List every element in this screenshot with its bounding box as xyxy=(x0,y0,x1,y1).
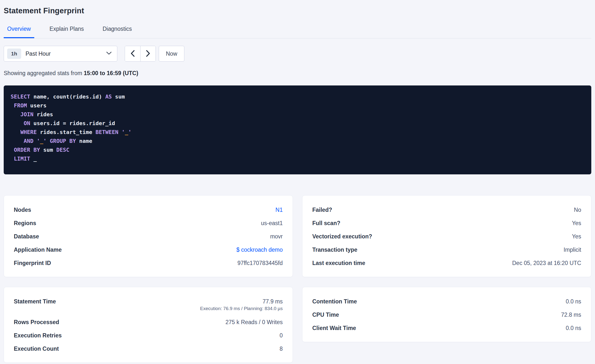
row-label: Transaction type xyxy=(312,246,357,253)
summary-cards: NodesN1Regionsus-east1DatabasemovrApplic… xyxy=(4,195,591,363)
row-value: 8 xyxy=(280,345,283,352)
card-row: Failed?No xyxy=(312,206,581,213)
card-row: Statement Time77.9 msExecution: 76.9 ms … xyxy=(14,298,283,312)
tab-overview[interactable]: Overview xyxy=(4,24,34,38)
sql-code: SELECT name, count(rides.id) AS sum FROM… xyxy=(11,92,584,163)
card-row: NodesN1 xyxy=(14,206,283,213)
sql-line: AND '_' GROUP BY name xyxy=(11,137,584,146)
card-row: Regionsus-east1 xyxy=(14,220,283,227)
page-title: Statement Fingerprint xyxy=(4,6,591,15)
row-label: Statement Time xyxy=(14,298,56,305)
card-row: Execution Count8 xyxy=(14,345,283,352)
timing-card-left: Statement Time77.9 msExecution: 76.9 ms … xyxy=(4,287,293,363)
row-label: Fingerprint ID xyxy=(14,260,51,266)
row-label: Nodes xyxy=(14,206,31,213)
card-row: Application Name$ cockroach demo xyxy=(14,246,283,253)
time-step-buttons xyxy=(125,46,156,62)
time-range-select[interactable]: 1h Past Hour xyxy=(4,46,117,62)
row-label: Last execution time xyxy=(312,260,365,266)
sql-line: ON users.id = rides.rider_id xyxy=(11,119,584,128)
row-value: Yes xyxy=(572,233,581,240)
row-label: Execution Retries xyxy=(14,332,62,339)
statement-fingerprint-page: Statement Fingerprint Overview Explain P… xyxy=(0,6,595,363)
row-label: Full scan? xyxy=(312,220,340,227)
card-row: Fingerprint ID97ffc170783445fd xyxy=(14,260,283,266)
row-value: Dec 05, 2023 at 16:20 UTC xyxy=(512,260,581,266)
sql-line: WHERE rides.start_time BETWEEN '_' xyxy=(11,128,584,137)
caption-time-range: 15:00 to 16:59 (UTC) xyxy=(84,70,138,76)
tab-diagnostics[interactable]: Diagnostics xyxy=(99,24,135,38)
next-time-button[interactable] xyxy=(140,46,156,61)
row-value: 72.8 ms xyxy=(561,311,581,318)
row-value: 275 k Reads / 0 Writes xyxy=(226,319,283,326)
row-label: CPU Time xyxy=(312,311,339,318)
sql-statement-box: SELECT name, count(rides.id) AS sum FROM… xyxy=(4,85,591,174)
previous-time-button[interactable] xyxy=(125,46,140,61)
row-label: Failed? xyxy=(312,206,332,213)
aggregated-stats-caption: Showing aggregated stats from 15:00 to 1… xyxy=(4,70,591,77)
time-range-label: Past Hour xyxy=(26,50,51,57)
tab-bar: Overview Explain Plans Diagnostics xyxy=(4,24,591,38)
overview-card-right: Failed?NoFull scan?YesVectorized executi… xyxy=(302,195,591,277)
card-row: Transaction typeImplicit xyxy=(312,246,581,253)
row-value: us-east1 xyxy=(261,220,283,227)
now-button[interactable]: Now xyxy=(159,46,184,62)
sql-line: SELECT name, count(rides.id) AS sum xyxy=(11,92,584,101)
chevron-right-icon xyxy=(146,50,150,58)
caption-prefix: Showing aggregated stats from xyxy=(4,70,84,76)
row-label: Contention Time xyxy=(312,298,357,305)
overview-card-left: NodesN1Regionsus-east1DatabasemovrApplic… xyxy=(4,195,293,277)
time-range-badge: 1h xyxy=(7,49,21,59)
time-toolbar: 1h Past Hour xyxy=(4,46,591,62)
chevron-left-icon xyxy=(130,50,135,58)
card-row: Last execution timeDec 05, 2023 at 16:20… xyxy=(312,260,581,266)
tab-explain-plans[interactable]: Explain Plans xyxy=(46,24,87,38)
card-row: Full scan?Yes xyxy=(312,220,581,227)
row-value: Yes xyxy=(572,220,581,227)
sql-line: JOIN rides xyxy=(11,110,584,119)
row-value: 0 xyxy=(280,332,283,339)
row-value: No xyxy=(574,206,581,213)
row-value: 0.0 ns xyxy=(566,325,581,331)
row-value: movr xyxy=(270,233,283,240)
card-row: CPU Time72.8 ms xyxy=(312,311,581,318)
row-value-link[interactable]: N1 xyxy=(276,206,283,213)
row-label: Client Wait Time xyxy=(312,325,356,331)
row-label: Execution Count xyxy=(14,345,59,352)
row-label: Regions xyxy=(14,220,36,227)
row-label: Vectorized execution? xyxy=(312,233,372,240)
row-value: 97ffc170783445fd xyxy=(237,260,283,266)
row-label: Database xyxy=(14,233,39,240)
sql-line: FROM users xyxy=(11,101,584,110)
row-value-link[interactable]: $ cockroach demo xyxy=(236,246,283,253)
row-value: Implicit xyxy=(563,246,581,253)
row-value: 0.0 ns xyxy=(566,298,581,305)
row-label: Application Name xyxy=(14,246,62,253)
card-row: Databasemovr xyxy=(14,233,283,240)
card-row: Client Wait Time0.0 ns xyxy=(312,325,581,331)
row-value-caption: Execution: 76.9 ms / Planning: 834.0 µs xyxy=(200,305,283,312)
sql-line: ORDER BY sum DESC xyxy=(11,146,584,154)
card-row: Execution Retries0 xyxy=(14,332,283,339)
card-row: Contention Time0.0 ns xyxy=(312,298,581,305)
card-row: Vectorized execution?Yes xyxy=(312,233,581,240)
row-value: 77.9 msExecution: 76.9 ms / Planning: 83… xyxy=(200,298,283,312)
sql-line: LIMIT _ xyxy=(11,154,584,163)
timing-card-right: Contention Time0.0 nsCPU Time72.8 msClie… xyxy=(302,287,591,342)
row-label: Rows Processed xyxy=(14,319,59,326)
chevron-down-icon xyxy=(106,51,112,56)
card-row: Rows Processed275 k Reads / 0 Writes xyxy=(14,319,283,326)
